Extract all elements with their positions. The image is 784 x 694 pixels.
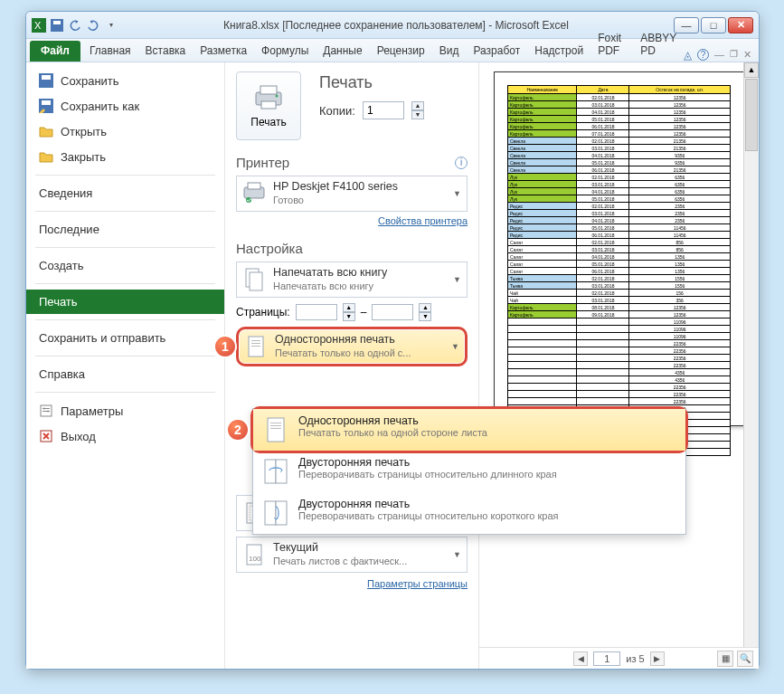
svg-rect-38	[276, 501, 287, 525]
scroll-thumb[interactable]	[745, 79, 758, 151]
svg-point-20	[246, 197, 251, 203]
doc-minimize-icon[interactable]: —	[714, 49, 724, 62]
backstage-sidebar: Сохранить Сохранить как Открыть Закрыть …	[26, 62, 225, 669]
backstage-main: Печать Печать Копии: ▲ ▼	[225, 62, 759, 669]
maximize-button[interactable]: □	[701, 17, 726, 33]
sidebar-item-close[interactable]: Закрыть	[26, 144, 224, 169]
minimize-ribbon-icon[interactable]: ◬	[684, 49, 692, 62]
pages-label: Страницы:	[236, 306, 290, 318]
duplex-menu-item-short[interactable]: Двусторонняя печать Переворачивать стран…	[253, 492, 685, 534]
pages-from-spinner[interactable]: ▲▼	[343, 303, 355, 321]
tab-view[interactable]: Вид	[432, 41, 467, 62]
tab-formulas[interactable]: Формулы	[254, 41, 316, 62]
spinner-down-icon[interactable]: ▼	[411, 110, 424, 119]
printer-section-title: Принтер	[236, 155, 289, 170]
caret-down-icon: ▼	[453, 189, 461, 198]
help-icon[interactable]: ?	[697, 49, 709, 61]
qat-dropdown-icon[interactable]: ▾	[104, 18, 118, 33]
print-what-dropdown[interactable]: Напечатать всю книгу Напечатать всю книг…	[236, 261, 468, 298]
tab-addins[interactable]: Надстрой	[527, 41, 590, 62]
svg-rect-35	[265, 460, 276, 483]
tab-insert[interactable]: Вставка	[138, 41, 194, 62]
page-next-button[interactable]: ▶	[650, 651, 665, 666]
info-icon[interactable]: i	[455, 157, 468, 169]
copies-input[interactable]	[363, 101, 404, 119]
sidebar-item-options[interactable]: Параметры	[26, 398, 224, 423]
pages-to-dash: –	[361, 306, 367, 318]
svg-rect-24	[251, 340, 260, 341]
dd-title: Напечатать всю книгу	[273, 266, 446, 280]
page-current[interactable]: 1	[593, 651, 620, 666]
pages-row: Страницы: ▲▼ – ▲▼	[236, 303, 468, 321]
sidebar-item-save[interactable]: Сохранить	[26, 68, 224, 93]
pages-to-input[interactable]	[372, 304, 413, 320]
callout-badge-2: 2	[226, 418, 250, 442]
duplex-dropdown[interactable]: Односторонняя печать Печатать только на …	[239, 329, 465, 364]
tab-abbyy[interactable]: ABBYY PD	[633, 28, 684, 62]
tab-foxit[interactable]: Foxit PDF	[590, 28, 633, 62]
duplex-dropdown-highlight: 1 Односторонняя печать Печатать только н…	[236, 327, 468, 366]
doc-close-icon[interactable]: ✕	[743, 49, 751, 62]
options-icon	[39, 404, 53, 418]
sidebar-item-help[interactable]: Справка	[26, 362, 224, 386]
printer-properties-link[interactable]: Свойства принтера	[236, 215, 468, 226]
pages-to-spinner[interactable]: ▲▼	[419, 303, 431, 321]
menu-item-title: Двусторонняя печать	[298, 498, 559, 510]
close-folder-icon	[39, 149, 53, 164]
single-side-icon	[244, 333, 268, 360]
tab-file[interactable]: Файл	[30, 41, 80, 62]
sidebar-item-saveas[interactable]: Сохранить как	[26, 93, 224, 119]
zoom-button[interactable]: 🔍	[737, 651, 753, 667]
printer-name: HP Deskjet F4100 series	[273, 180, 446, 195]
scroll-up-icon[interactable]: ▲	[744, 62, 759, 78]
duplex-menu-item-long[interactable]: Двусторонняя печать Переворачивать стран…	[253, 451, 685, 492]
spinner-up-icon[interactable]: ▲	[411, 101, 424, 110]
zoom-to-page-button[interactable]: ▦	[717, 651, 733, 667]
svg-rect-31	[268, 418, 284, 442]
sidebar-item-label: Печать	[39, 295, 78, 309]
pages-from-input[interactable]	[296, 304, 337, 320]
menu-item-title: Двусторонняя печать	[298, 456, 557, 469]
svg-text:X: X	[34, 20, 42, 31]
preview-scrollbar[interactable]: ▲	[743, 62, 759, 647]
double-short-icon	[262, 498, 289, 528]
tab-home[interactable]: Главная	[82, 41, 138, 62]
printer-dropdown[interactable]: HP Deskjet F4100 series Готово ▼	[236, 176, 468, 212]
doc-restore-icon[interactable]: ❐	[730, 49, 738, 62]
scaling-dropdown[interactable]: 100 Текущий Печать листов с фактическ...…	[236, 537, 468, 573]
duplex-menu-item-single[interactable]: Односторонняя печать Печатать только на …	[253, 409, 685, 451]
sidebar-item-print[interactable]: Печать	[26, 290, 224, 314]
copies-spinner[interactable]: ▲ ▼	[411, 101, 424, 119]
page-setup-link[interactable]: Параметры страницы	[236, 578, 468, 589]
sidebar-item-label: Сохранить	[61, 74, 119, 88]
svg-text:100: 100	[249, 555, 261, 563]
svg-rect-3	[53, 21, 61, 24]
tab-review[interactable]: Рецензир	[370, 41, 432, 62]
tab-layout[interactable]: Разметка	[193, 41, 254, 62]
undo-icon[interactable]	[68, 18, 82, 33]
sidebar-item-info[interactable]: Сведения	[26, 181, 224, 205]
sidebar-item-exit[interactable]: Выход	[26, 423, 224, 449]
close-button[interactable]: ✕	[728, 17, 753, 33]
duplex-menu-item-highlight: 2 Односторонняя печать Печатать только н…	[250, 406, 688, 453]
preview-pager: ◀ 1 из 5 ▶ ▦ 🔍	[479, 647, 759, 669]
page-prev-button[interactable]: ◀	[573, 651, 588, 666]
sidebar-item-recent[interactable]: Последние	[26, 217, 224, 242]
scale-icon: 100	[242, 541, 266, 568]
sidebar-item-new[interactable]: Создать	[26, 253, 224, 278]
svg-rect-34	[270, 428, 281, 429]
menu-item-sub: Переворачивать страницы относительно дли…	[298, 469, 557, 480]
window-controls: — □ ✕	[674, 17, 753, 33]
save-icon[interactable]	[50, 18, 64, 33]
tab-data[interactable]: Данные	[316, 41, 369, 62]
print-button[interactable]: Печать	[236, 71, 301, 140]
saveas-icon	[39, 99, 53, 113]
double-long-icon	[262, 456, 289, 487]
redo-icon[interactable]	[86, 18, 100, 33]
tab-developer[interactable]: Разработ	[466, 41, 527, 62]
sidebar-item-share[interactable]: Сохранить и отправить	[26, 326, 224, 350]
sidebar-item-label: Параметры	[61, 404, 123, 418]
dd-sub: Напечатать всю книгу	[273, 280, 446, 293]
sidebar-item-open[interactable]: Открыть	[26, 119, 224, 144]
svg-rect-25	[251, 343, 260, 344]
